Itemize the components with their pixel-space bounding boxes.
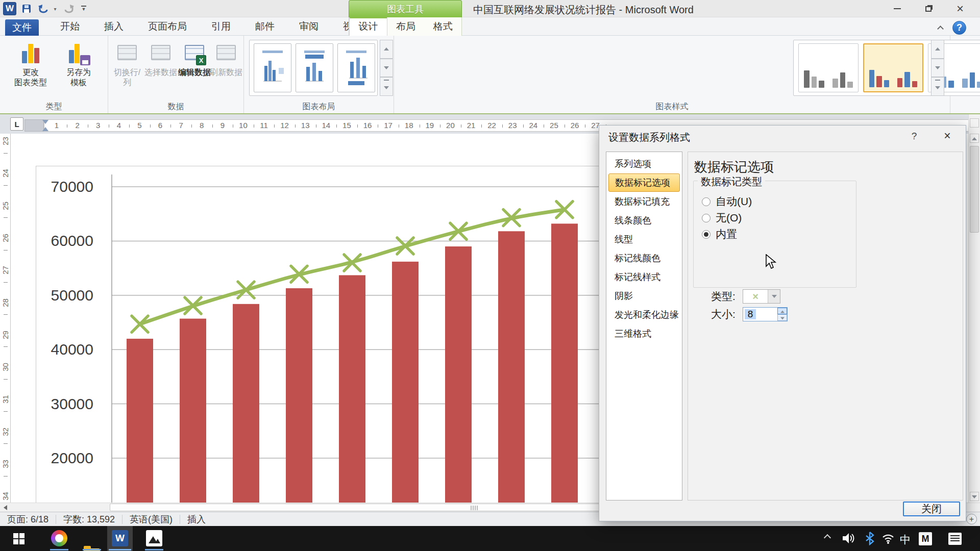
tray-expand-icon[interactable] — [825, 531, 830, 540]
radio-circle[interactable] — [702, 197, 710, 206]
vertical-scrollbar-thumb[interactable] — [970, 146, 979, 233]
status-item[interactable]: 英语(美国) — [122, 513, 180, 525]
layout-scroll-up-icon[interactable] — [380, 40, 393, 59]
chart-layout-option-2[interactable] — [296, 43, 333, 92]
chart-object[interactable]: 700006000050000400003000020000 — [36, 166, 599, 503]
dialog-nav-item[interactable]: 标记线样式 — [608, 268, 680, 286]
dialog-close-icon[interactable]: × — [938, 129, 957, 143]
chart-style-option-1[interactable] — [798, 43, 859, 92]
hruler-number: 10 — [239, 121, 248, 130]
ruler-margin-area — [24, 119, 44, 132]
ribbon-group-chart-style: 图表样式 — [394, 36, 950, 113]
close-button[interactable]: × — [948, 0, 972, 17]
word-icon[interactable]: W — [112, 530, 128, 546]
panel-title: 数据标记选项 — [694, 158, 774, 176]
scroll-up-icon[interactable] — [970, 134, 979, 143]
vertical-scrollbar[interactable] — [968, 114, 980, 503]
spin-down-icon[interactable] — [777, 314, 787, 321]
edit-data-button[interactable]: X 编辑数据 — [178, 39, 211, 101]
dialog-close-button[interactable]: 关闭 — [903, 502, 960, 516]
style-scroll-up-icon[interactable] — [931, 40, 944, 59]
ime-indicator[interactable]: 中 — [900, 533, 911, 547]
status-item[interactable]: 插入 — [180, 513, 213, 525]
zoom-in-button[interactable]: + — [966, 514, 977, 524]
tab-file[interactable]: 文件 — [5, 19, 39, 36]
first-line-indent-marker[interactable] — [42, 120, 48, 124]
qat-customize-icon[interactable]: ▼ — [80, 2, 88, 15]
dialog-nav-item[interactable]: 线型 — [608, 230, 680, 248]
layout-more-icon[interactable] — [380, 77, 393, 96]
tab-插入[interactable]: 插入 — [92, 17, 136, 36]
hanging-indent-marker[interactable] — [42, 127, 48, 131]
tab-设计[interactable]: 设计 — [349, 17, 387, 36]
help-button[interactable]: ? — [952, 21, 966, 35]
radio-option[interactable]: 内置 — [702, 226, 752, 242]
minimize-button[interactable] — [886, 0, 909, 17]
horizontal-scrollbar-thumb[interactable] — [110, 504, 620, 511]
tab-邮件[interactable]: 邮件 — [243, 17, 287, 36]
chart-layout-option-3[interactable] — [337, 43, 375, 92]
marker-size-spinner[interactable]: 8 — [743, 307, 788, 321]
dialog-nav-item[interactable]: 系列选项 — [608, 155, 680, 173]
select-data-icon — [149, 42, 173, 65]
dialog-nav-item[interactable]: 线条颜色 — [608, 211, 680, 230]
undo-button[interactable] — [36, 2, 51, 15]
marker-type-combobox[interactable]: × — [743, 289, 780, 304]
bluetooth-icon[interactable] — [864, 531, 876, 547]
restore-button[interactable] — [917, 0, 940, 17]
tab-审阅[interactable]: 审阅 — [287, 17, 331, 36]
marker-size-value: 8 — [745, 309, 756, 319]
change-chart-type-button[interactable]: 更改 图表类型 — [7, 39, 54, 101]
vruler-number: 34 — [1, 492, 10, 500]
chart-style-option-2[interactable] — [863, 43, 923, 92]
switch-row-column-button: 切换行/列 — [110, 39, 144, 101]
hruler-number: 11 — [260, 121, 268, 130]
combo-dropdown-icon[interactable] — [768, 290, 780, 303]
style-more-icon[interactable] — [931, 77, 944, 96]
dialog-nav-item[interactable]: 数据标记填充 — [608, 192, 680, 211]
radio-circle[interactable] — [702, 214, 710, 222]
wifi-icon[interactable] — [881, 531, 895, 547]
save-icon[interactable] — [20, 2, 33, 15]
dialog-nav-item[interactable]: 阴影 — [608, 287, 680, 305]
scroll-down-icon[interactable] — [970, 492, 979, 501]
dialog-nav-item[interactable]: 三维格式 — [608, 324, 680, 343]
tab-开始[interactable]: 开始 — [48, 17, 92, 36]
tab-引用[interactable]: 引用 — [199, 17, 243, 36]
tab-格式[interactable]: 格式 — [424, 17, 461, 36]
radio-option[interactable]: 自动(U) — [702, 193, 752, 210]
dialog-nav-item[interactable]: 数据标记选项 — [608, 173, 680, 192]
save-as-template-button[interactable]: 另存为 模板 — [55, 39, 102, 101]
layout-scroll-down-icon[interactable] — [380, 59, 393, 78]
dialog-help-button[interactable]: ? — [906, 130, 922, 143]
vertical-ruler[interactable]: 232425262728293031323334 — [0, 134, 11, 503]
volume-icon[interactable] — [841, 531, 855, 547]
tab-布局[interactable]: 布局 — [387, 17, 425, 36]
hruler-number: 3 — [96, 121, 100, 130]
ribbon-group-chart-layout: 图表布局 — [244, 36, 394, 113]
style-scroll-down-icon[interactable] — [931, 59, 944, 78]
status-item[interactable]: 字数: 13,592 — [56, 513, 122, 525]
view-ruler-toggle[interactable] — [970, 118, 979, 128]
scroll-left-icon[interactable] — [0, 503, 10, 512]
notification-center-icon[interactable] — [948, 533, 962, 545]
tab-stop-selector[interactable]: L — [10, 117, 23, 131]
radio-circle[interactable] — [702, 230, 710, 239]
browser-icon[interactable] — [51, 530, 67, 546]
group-label-chart-style: 图表样式 — [394, 102, 950, 112]
status-item[interactable]: 页面: 6/18 — [0, 513, 56, 525]
dialog-nav-item[interactable]: 标记线颜色 — [608, 249, 680, 267]
redo-button[interactable] — [61, 2, 77, 15]
m-tray-icon[interactable]: M — [919, 532, 932, 545]
tab-页面布局[interactable]: 页面布局 — [136, 17, 199, 36]
undo-dropdown-icon[interactable]: ▾ — [52, 2, 58, 15]
radio-option[interactable]: 无(O) — [702, 210, 752, 226]
chart-layout-option-1[interactable] — [254, 43, 291, 92]
hruler-number: 15 — [342, 121, 351, 130]
spin-up-icon[interactable] — [777, 308, 787, 314]
dialog-nav-item[interactable]: 发光和柔化边缘 — [608, 306, 680, 324]
ribbon-collapse-icon[interactable] — [934, 22, 946, 33]
photos-icon[interactable] — [146, 530, 162, 546]
chart-style-scroll — [931, 40, 944, 96]
start-button[interactable] — [13, 533, 24, 544]
